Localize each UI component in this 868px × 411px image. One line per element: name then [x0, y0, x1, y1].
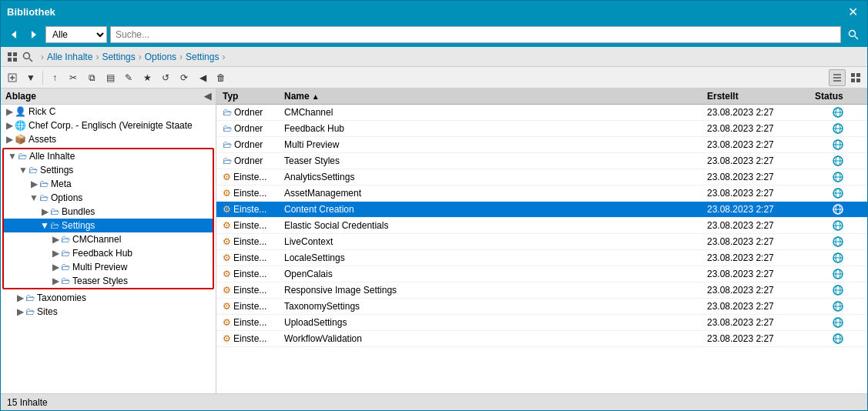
sidebar-item-assets[interactable]: ▶ 📦 Assets — [1, 132, 216, 146]
row-name: Content Creation — [284, 204, 707, 215]
sidebar-item-label: Taxonomies — [37, 292, 86, 303]
table-row[interactable]: ⚙Einste... Elastic Social Credentials 23… — [216, 218, 867, 234]
grid-view-button[interactable] — [847, 69, 864, 86]
table-row[interactable]: ⚙Einste... AssetManagement 23.08.2023 2:… — [216, 185, 867, 202]
row-status — [815, 317, 861, 328]
settings-type-icon: ⚙ — [223, 252, 231, 263]
sidebar-item-label: Options — [51, 192, 82, 203]
sidebar-item-label: Assets — [28, 134, 56, 145]
refresh-button[interactable]: ↺ — [157, 69, 174, 86]
table-row[interactable]: ⚙Einste... LocaleSettings 23.08.2023 2:2… — [216, 250, 867, 266]
table-row[interactable]: 🗁Ordner Teaser Styles 23.08.2023 2:27 — [216, 153, 867, 169]
row-typ: ⚙Einste... — [223, 252, 284, 263]
row-name: LocaleSettings — [284, 252, 707, 263]
table-row[interactable]: ⚙Einste... TaxonomySettings 23.08.2023 2… — [216, 299, 867, 315]
cut-button[interactable]: ✂ — [65, 69, 82, 86]
row-erstellt: 23.08.2023 2:27 — [707, 269, 815, 279]
row-erstellt: 23.08.2023 2:27 — [707, 236, 815, 247]
new-button[interactable] — [4, 69, 21, 86]
globe-icon: 🌐 — [15, 120, 26, 131]
close-button[interactable]: ✕ — [845, 5, 861, 19]
sidebar-item-meta[interactable]: ▶ 🗁 Meta — [4, 177, 213, 191]
row-erstellt: 23.08.2023 2:27 — [707, 107, 815, 118]
folder-icon: 🗁 — [25, 306, 35, 317]
expand-icon: ▼ — [18, 165, 28, 175]
dropdown-arrow[interactable]: ▼ — [22, 69, 39, 86]
table-row[interactable]: ⚙Einste... OpenCalais 23.08.2023 2:27 — [216, 266, 867, 282]
delete-button[interactable]: 🗑 — [213, 69, 230, 86]
sidebar-collapse-button[interactable]: ◀ — [204, 91, 211, 102]
table-row[interactable]: ⚙Einste... AnalyticsSettings 23.08.2023 … — [216, 169, 867, 185]
folder-icon: 🗁 — [18, 151, 27, 162]
back-tb-button[interactable]: ◀ — [194, 69, 211, 86]
sidebar: Ablage ◀ ▶ 👤 Rick C ▶ 🌐 Chef Corp. - Eng… — [1, 89, 216, 393]
up-button[interactable]: ↑ — [46, 69, 63, 86]
table-row[interactable]: 🗁Ordner Multi Preview 23.08.2023 2:27 — [216, 137, 867, 153]
folder-icon: 🗁 — [39, 179, 49, 189]
table-row[interactable]: 🗁Ordner Feedback Hub 23.08.2023 2:27 — [216, 121, 867, 137]
forward-button[interactable] — [25, 26, 42, 43]
sidebar-item-options[interactable]: ▼ 🗁 Options — [4, 191, 213, 205]
table-row[interactable]: ⚙Einste... Responsive Image Settings 23.… — [216, 282, 867, 299]
search-input[interactable] — [110, 26, 841, 43]
svg-rect-4 — [8, 52, 12, 56]
svg-rect-16 — [851, 73, 855, 77]
sidebar-item-alle-inhalte[interactable]: ▼ 🗁 Alle Inhalte — [4, 149, 213, 163]
sidebar-item-rick[interactable]: ▶ 👤 Rick C — [1, 105, 216, 119]
table-row[interactable]: ⚙Einste... LiveContext 23.08.2023 2:27 — [216, 234, 867, 250]
row-typ: 🗁Ordner — [223, 107, 284, 118]
row-erstellt: 23.08.2023 2:27 — [707, 333, 815, 344]
paste-button[interactable]: ▤ — [102, 69, 119, 86]
list-view-button[interactable] — [829, 69, 846, 86]
row-typ: ⚙Einste... — [223, 188, 284, 199]
main-content: Ablage ◀ ▶ 👤 Rick C ▶ 🌐 Chef Corp. - Eng… — [1, 89, 867, 393]
row-typ: ⚙Einste... — [223, 333, 284, 344]
breadcrumb-options[interactable]: Options — [145, 52, 176, 62]
search-button[interactable] — [844, 25, 863, 44]
sidebar-item-bundles[interactable]: ▶ 🗁 Bundles — [4, 205, 213, 219]
sidebar-item-multi-preview[interactable]: ▶ 🗁 Multi Preview — [4, 260, 213, 274]
breadcrumb-alle-inhalte[interactable]: Alle Inhalte — [47, 52, 92, 62]
back-button[interactable] — [5, 26, 22, 43]
svg-marker-1 — [32, 31, 36, 38]
sidebar-item-teaser-styles[interactable]: ▶ 🗁 Teaser Styles — [4, 274, 213, 288]
row-name: TaxonomySettings — [284, 301, 707, 312]
reload-button[interactable]: ⟳ — [176, 69, 193, 86]
row-typ: 🗁Ordner — [223, 139, 284, 150]
sidebar-item-feedback-hub[interactable]: ▶ 🗁 Feedback Hub — [4, 246, 213, 260]
sidebar-header: Ablage ◀ — [1, 89, 216, 105]
sidebar-item-settings-selected[interactable]: ▼ 🗁 Settings — [4, 219, 213, 232]
row-status — [815, 172, 861, 182]
grid-view-icon[interactable] — [5, 50, 19, 64]
row-name: Elastic Social Credentials — [284, 220, 707, 231]
window-title: Bibliothek — [7, 6, 55, 18]
expand-icon: ▼ — [39, 220, 50, 231]
row-status — [815, 220, 861, 231]
new-dropdown[interactable]: ▼ — [22, 69, 39, 86]
table-row-selected[interactable]: ⚙Einste... Content Creation 23.08.2023 2… — [216, 202, 867, 218]
table-row[interactable]: ⚙Einste... WorkflowValidation 23.08.2023… — [216, 331, 867, 347]
sidebar-item-taxonomies[interactable]: ▶ 🗁 Taxonomies — [1, 291, 216, 305]
row-erstellt: 23.08.2023 2:27 — [707, 204, 815, 215]
search-bc-icon[interactable] — [21, 50, 35, 64]
sidebar-item-cmchannel[interactable]: ▶ 🗁 CMChannel — [4, 232, 213, 246]
sort-arrow-icon: ▲ — [312, 92, 320, 101]
row-typ: ⚙Einste... — [223, 301, 284, 312]
row-erstellt: 23.08.2023 2:27 — [707, 139, 815, 150]
edit-button[interactable]: ✎ — [120, 69, 137, 86]
sidebar-item-sites[interactable]: ▶ 🗁 Sites — [1, 305, 216, 319]
breadcrumb-settings1[interactable]: Settings — [102, 52, 135, 62]
row-erstellt: 23.08.2023 2:27 — [707, 317, 815, 328]
sidebar-item-chef[interactable]: ▶ 🌐 Chef Corp. - Englisch (Vereinigte St… — [1, 119, 216, 132]
folder-icon: 🗁 — [28, 165, 38, 175]
copy-button[interactable]: ⧉ — [83, 69, 100, 86]
sidebar-item-settings-parent[interactable]: ▼ 🗁 Settings — [4, 163, 213, 177]
table-row[interactable]: ⚙Einste... UploadSettings 23.08.2023 2:2… — [216, 315, 867, 331]
table-row[interactable]: 🗁Ordner CMChannel 23.08.2023 2:27 — [216, 105, 867, 121]
status-count: 15 Inhalte — [7, 397, 48, 408]
scope-select[interactable]: Alle — [45, 26, 107, 43]
breadcrumb-settings2[interactable]: Settings — [186, 52, 219, 62]
settings-type-icon: ⚙ — [223, 188, 231, 199]
favorite-button[interactable]: ★ — [139, 69, 156, 86]
settings-type-icon: ⚙ — [223, 269, 231, 279]
